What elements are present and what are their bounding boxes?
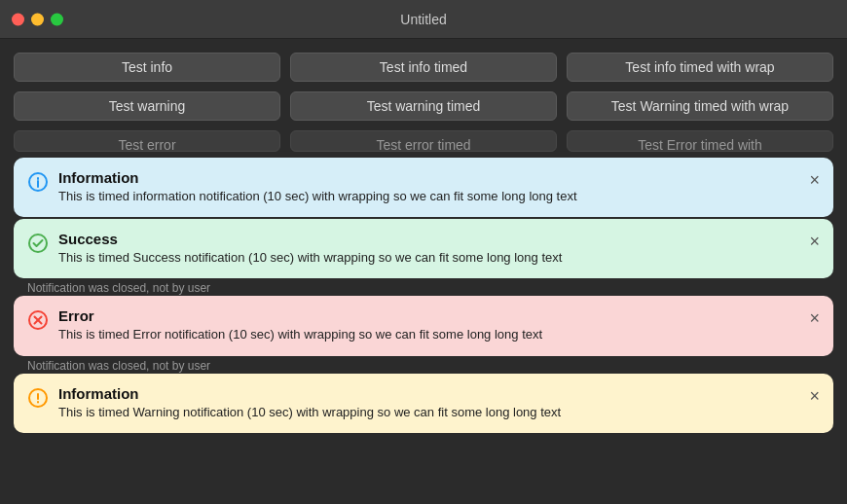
titlebar: Untitled bbox=[0, 0, 847, 39]
warning-icon bbox=[27, 387, 49, 409]
button-row-2: Test warning Test warning timed Test War… bbox=[14, 91, 833, 121]
info-icon bbox=[27, 171, 49, 193]
notification-error-message: This is timed Error notification (10 sec… bbox=[58, 326, 799, 343]
notification-error-body: Error This is timed Error notification (… bbox=[58, 307, 799, 343]
main-content: Test info Test info timed Test info time… bbox=[0, 39, 847, 433]
minimize-button[interactable] bbox=[31, 13, 44, 25]
test-info-timed-button[interactable]: Test info timed bbox=[290, 53, 557, 82]
notification-error: Error This is timed Error notification (… bbox=[14, 296, 833, 355]
notification-error-title: Error bbox=[58, 307, 799, 324]
notification-warning-message: This is timed Warning notification (10 s… bbox=[58, 404, 799, 421]
test-warning-timed-button[interactable]: Test warning timed bbox=[290, 91, 557, 121]
test-error-wrap-button-partial: Test Error timed with bbox=[567, 130, 833, 152]
button-row-1: Test info Test info timed Test info time… bbox=[14, 53, 833, 82]
notification-success: Success This is timed Success notificati… bbox=[14, 219, 833, 278]
notification-warning: Information This is timed Warning notifi… bbox=[14, 374, 833, 433]
notification-success-close[interactable]: × bbox=[809, 233, 820, 250]
notification-success-body: Success This is timed Success notificati… bbox=[58, 231, 799, 267]
close-button[interactable] bbox=[12, 13, 24, 25]
test-warning-timed-wrap-button[interactable]: Test Warning timed with wrap bbox=[567, 91, 833, 121]
svg-point-3 bbox=[29, 234, 47, 252]
notification-error-close[interactable]: × bbox=[809, 309, 820, 327]
success-closed-label: Notification was closed, not by user bbox=[14, 280, 833, 296]
test-info-button[interactable]: Test info bbox=[14, 53, 280, 82]
notification-info-close[interactable]: × bbox=[809, 171, 820, 189]
error-closed-label: Notification was closed, not by user bbox=[14, 358, 833, 374]
notification-info-message: This is timed information notification (… bbox=[58, 188, 799, 205]
notification-warning-title: Information bbox=[58, 385, 799, 402]
notifications-container: Information This is timed information no… bbox=[14, 158, 833, 433]
notification-success-message: This is timed Success notification (10 s… bbox=[58, 249, 799, 267]
test-warning-button[interactable]: Test warning bbox=[14, 91, 280, 121]
notification-success-title: Success bbox=[58, 231, 799, 247]
notification-info-body: Information This is timed information no… bbox=[58, 169, 799, 205]
notification-info-title: Information bbox=[58, 169, 799, 186]
success-icon bbox=[27, 233, 49, 254]
notification-warning-close[interactable]: × bbox=[809, 387, 820, 405]
maximize-button[interactable] bbox=[51, 13, 63, 25]
notification-warning-body: Information This is timed Warning notifi… bbox=[58, 385, 799, 421]
notification-info: Information This is timed information no… bbox=[14, 158, 833, 217]
traffic-lights bbox=[12, 13, 63, 25]
error-icon bbox=[27, 309, 49, 331]
window-title: Untitled bbox=[400, 12, 446, 27]
button-row-3-partial: Test error Test error timed Test Error t… bbox=[14, 130, 833, 152]
test-error-timed-button-partial: Test error timed bbox=[290, 130, 557, 152]
test-error-button-partial: Test error bbox=[14, 130, 280, 152]
test-info-timed-wrap-button[interactable]: Test info timed with wrap bbox=[567, 53, 833, 82]
